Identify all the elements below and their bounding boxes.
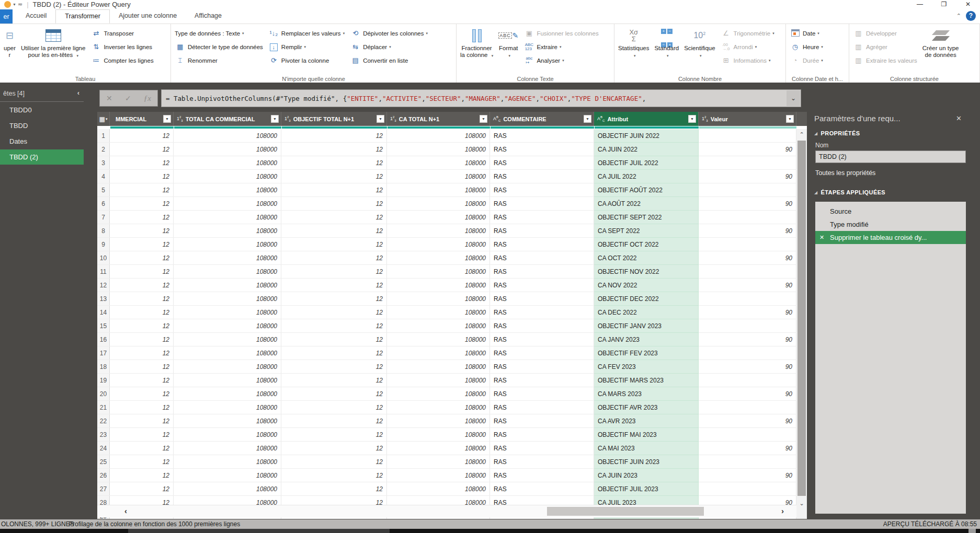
cell[interactable]: 12 [110, 401, 174, 414]
scroll-down-icon[interactable]: ⌄ [796, 498, 807, 508]
cell[interactable]: 12 [281, 469, 387, 482]
row-number[interactable]: 9 [97, 238, 110, 251]
trigonometry-button[interactable]: ∠Trigonométrie▾ [718, 27, 777, 40]
cell[interactable]: RAS [490, 251, 594, 264]
cell[interactable]: 12 [110, 156, 174, 169]
cell[interactable]: RAS [490, 224, 594, 237]
cell[interactable]: 108000 [174, 428, 281, 441]
cell[interactable]: RAS [490, 170, 594, 183]
cell[interactable]: RAS [490, 319, 594, 332]
cell[interactable]: OBJECTIF DEC 2022 [594, 292, 699, 306]
cell[interactable]: 90 [699, 170, 796, 183]
cell[interactable]: 108000 [387, 129, 490, 142]
cell[interactable]: OBJECTIF MAI 2023 [594, 428, 699, 442]
to-list-button[interactable]: ▤Convertir en liste [347, 54, 430, 67]
cell[interactable]: RAS [490, 482, 594, 495]
cell[interactable]: RAS [490, 306, 594, 319]
detect-type-button[interactable]: ▦Détecter le type de données [172, 40, 266, 54]
column-header-valeur[interactable]: 123Valeur▼ [699, 112, 796, 126]
cell[interactable]: 108000 [387, 251, 490, 264]
cell[interactable] [699, 374, 796, 387]
tab-affichage[interactable]: Affichage [186, 9, 231, 24]
cell[interactable]: 108000 [174, 211, 281, 224]
cell[interactable]: 108000 [387, 387, 490, 400]
cell[interactable]: 90 [699, 414, 796, 427]
cell[interactable]: 90 [699, 197, 796, 210]
cell[interactable]: 12 [281, 156, 387, 169]
unpivot-button[interactable]: ⟲Dépivoter les colonnes▾ [347, 27, 430, 40]
cell[interactable]: 108000 [174, 442, 281, 455]
cell[interactable]: RAS [490, 143, 594, 156]
cell[interactable]: 12 [110, 469, 174, 482]
cell[interactable]: 108000 [174, 455, 281, 468]
extract-values-button[interactable]: ▥Extraire les valeurs [850, 54, 920, 67]
column-header-ca-total-n-1[interactable]: 123CA TOTAL N+1▼ [387, 112, 490, 126]
vertical-scroll-thumb[interactable] [797, 141, 806, 496]
formula-input[interactable]: = Table.UnpivotOtherColumns(#"Type modif… [161, 89, 801, 107]
cell[interactable]: 12 [281, 251, 387, 264]
row-number[interactable]: 4 [97, 170, 110, 183]
cell[interactable]: 12 [110, 414, 174, 427]
aggregate-button[interactable]: ▥Agréger [850, 40, 920, 54]
cell[interactable]: 90 [699, 469, 796, 482]
cell[interactable] [699, 292, 796, 305]
cell[interactable]: 108000 [174, 292, 281, 305]
filter-dropdown-icon[interactable]: ▼ [163, 115, 171, 123]
query-item-tbdd0[interactable]: TBDD0 [0, 102, 84, 118]
cell[interactable]: 12 [281, 442, 387, 455]
cell[interactable]: CA JUIN 2023 [594, 469, 699, 482]
cell[interactable] [699, 428, 796, 441]
row-number[interactable]: 22 [97, 414, 110, 427]
cell[interactable]: 12 [281, 129, 387, 142]
cell[interactable]: 108000 [174, 401, 281, 414]
cell[interactable]: CA FEV 2023 [594, 360, 699, 374]
cell[interactable]: 12 [110, 251, 174, 264]
restore-button[interactable]: ❐ [932, 1, 956, 8]
cell[interactable] [699, 346, 796, 360]
cell[interactable]: 108000 [174, 224, 281, 237]
cell[interactable]: 12 [110, 129, 174, 142]
query-item-dates[interactable]: Dates [0, 134, 84, 149]
cell[interactable]: 12 [281, 482, 387, 495]
cell[interactable]: OBJECTIF FEV 2023 [594, 346, 699, 360]
column-header-attribut[interactable]: ABCAttribut▼ [594, 112, 699, 126]
cell[interactable]: CA JUIL 2022 [594, 170, 699, 183]
cell[interactable]: 108000 [387, 401, 490, 414]
date-button[interactable]: Date▾ [787, 27, 826, 40]
statistics-button[interactable]: ΧσΣStatistiques▾ [616, 25, 652, 60]
cell[interactable]: 108000 [387, 455, 490, 468]
format-button[interactable]: ABC✎Format▾ [496, 25, 521, 60]
cell[interactable]: 108000 [387, 346, 490, 360]
cell[interactable] [699, 129, 796, 142]
cell[interactable]: 12 [110, 442, 174, 455]
cell[interactable]: 12 [110, 292, 174, 305]
cell[interactable]: 12 [281, 401, 387, 414]
cell[interactable]: 90 [699, 224, 796, 237]
cell[interactable] [699, 183, 796, 196]
quick-access-icon[interactable]: ≂ [18, 1, 22, 8]
cell[interactable]: CA SEPT 2022 [594, 224, 699, 238]
row-number[interactable]: 10 [97, 251, 110, 264]
cell[interactable] [699, 238, 796, 251]
cell[interactable]: 108000 [387, 224, 490, 237]
filter-dropdown-icon[interactable]: ▼ [480, 115, 487, 123]
cell[interactable]: RAS [490, 292, 594, 305]
all-properties-link[interactable]: Toutes les propriétés [812, 163, 969, 187]
column-header-total-ca-commercial[interactable]: 123TOTAL CA COMMERCIAL▼ [174, 112, 281, 126]
cell[interactable]: OBJECTIF NOV 2022 [594, 265, 699, 279]
cell[interactable]: 12 [110, 279, 174, 292]
cell[interactable]: 108000 [174, 333, 281, 346]
row-number[interactable]: 20 [97, 387, 110, 400]
cell[interactable]: 108000 [174, 265, 281, 278]
cell[interactable]: 90 [699, 360, 796, 373]
cell[interactable]: 108000 [174, 374, 281, 387]
filter-dropdown-icon[interactable]: ▼ [786, 115, 794, 123]
cell[interactable]: 12 [110, 224, 174, 237]
cell[interactable]: 90 [699, 279, 796, 292]
cell[interactable]: 12 [110, 197, 174, 210]
move-button[interactable]: ⇆Déplacer▾ [347, 40, 430, 54]
cell[interactable]: 12 [110, 143, 174, 156]
cell[interactable]: 108000 [174, 469, 281, 482]
group-by-button[interactable]: ⊟uperr [1, 25, 18, 60]
help-icon[interactable]: ? [966, 11, 976, 21]
